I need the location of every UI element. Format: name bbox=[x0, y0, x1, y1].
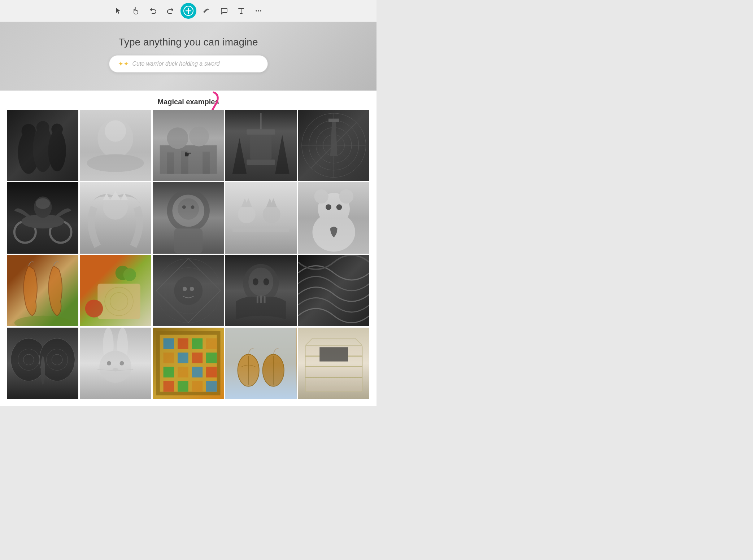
svg-rect-23 bbox=[247, 159, 275, 165]
svg-point-63 bbox=[14, 316, 71, 327]
svg-point-89 bbox=[103, 328, 114, 363]
svg-point-78 bbox=[264, 278, 269, 285]
search-bar[interactable]: ✦✦ Cute warrior duck holding a sword bbox=[109, 55, 268, 73]
gallery-image-11[interactable] bbox=[7, 255, 78, 326]
svg-rect-111 bbox=[163, 381, 174, 392]
svg-point-10 bbox=[36, 121, 49, 134]
svg-point-30 bbox=[323, 135, 344, 156]
svg-line-123 bbox=[305, 338, 312, 346]
gallery-image-3[interactable]: ☛ bbox=[153, 110, 224, 181]
svg-point-92 bbox=[113, 368, 118, 372]
gallery-image-13[interactable] bbox=[153, 255, 224, 326]
select-tool-button[interactable] bbox=[111, 4, 126, 18]
svg-point-48 bbox=[191, 206, 194, 209]
svg-point-71 bbox=[165, 267, 211, 314]
svg-point-62 bbox=[336, 205, 342, 210]
svg-point-38 bbox=[50, 222, 71, 243]
svg-point-51 bbox=[238, 206, 256, 223]
svg-point-39 bbox=[21, 214, 64, 228]
svg-point-59 bbox=[314, 189, 328, 204]
gallery-image-19[interactable] bbox=[225, 328, 296, 399]
svg-point-117 bbox=[263, 354, 284, 386]
svg-point-28 bbox=[309, 121, 358, 170]
svg-point-66 bbox=[110, 292, 128, 310]
svg-point-7 bbox=[33, 126, 53, 172]
svg-rect-103 bbox=[163, 353, 174, 363]
svg-point-93 bbox=[107, 361, 111, 366]
sparkle-icon: ✦✦ bbox=[118, 60, 129, 68]
toolbar bbox=[0, 0, 376, 22]
gallery-image-20[interactable] bbox=[298, 328, 369, 399]
gallery-image-1[interactable] bbox=[7, 110, 78, 181]
svg-point-76 bbox=[248, 267, 273, 296]
svg-point-8 bbox=[48, 130, 66, 171]
svg-line-95 bbox=[98, 370, 113, 371]
svg-marker-35 bbox=[330, 121, 337, 156]
gallery-image-12[interactable] bbox=[80, 255, 151, 326]
gallery-image-14[interactable] bbox=[225, 255, 296, 326]
gallery-image-16[interactable] bbox=[7, 328, 78, 399]
svg-point-37 bbox=[14, 222, 36, 243]
svg-rect-50 bbox=[232, 229, 290, 232]
svg-point-9 bbox=[21, 124, 35, 138]
gallery-image-17[interactable] bbox=[80, 328, 151, 399]
svg-rect-64 bbox=[98, 284, 140, 319]
gallery-image-15[interactable] bbox=[298, 255, 369, 326]
gallery-image-8[interactable] bbox=[153, 182, 224, 253]
svg-rect-122 bbox=[319, 347, 348, 362]
gallery-image-4[interactable] bbox=[225, 110, 296, 181]
svg-point-54 bbox=[263, 206, 280, 223]
gallery-image-6[interactable] bbox=[7, 182, 78, 253]
svg-rect-1 bbox=[203, 9, 207, 13]
svg-rect-115 bbox=[225, 328, 296, 399]
text-tool-button[interactable] bbox=[234, 4, 248, 18]
gallery-image-5[interactable] bbox=[298, 110, 369, 181]
svg-point-85 bbox=[47, 349, 68, 370]
svg-point-4 bbox=[260, 10, 261, 12]
svg-point-40 bbox=[34, 197, 52, 218]
gallery-image-10[interactable] bbox=[298, 182, 369, 253]
gallery-image-18[interactable] bbox=[153, 328, 224, 399]
svg-point-87 bbox=[52, 354, 62, 365]
gallery-image-7[interactable] bbox=[80, 182, 151, 253]
add-create-button[interactable] bbox=[180, 3, 196, 19]
cursor-hand-icon: ☛ bbox=[184, 149, 192, 159]
svg-point-69 bbox=[123, 268, 136, 281]
magic-tool-button[interactable] bbox=[199, 4, 214, 18]
hero-title: Type anything you can imagine bbox=[7, 36, 369, 48]
hero-section: Type anything you can imagine ✦✦ Cute wa… bbox=[0, 22, 376, 91]
svg-marker-52 bbox=[241, 198, 249, 207]
svg-marker-43 bbox=[103, 191, 128, 200]
svg-point-13 bbox=[105, 121, 126, 142]
svg-rect-20 bbox=[203, 152, 210, 174]
more-options-button[interactable] bbox=[251, 4, 266, 18]
svg-rect-109 bbox=[192, 367, 203, 378]
svg-point-94 bbox=[120, 361, 124, 366]
undo-button[interactable] bbox=[146, 4, 160, 18]
svg-rect-104 bbox=[178, 353, 188, 363]
svg-point-116 bbox=[238, 354, 259, 386]
svg-point-90 bbox=[117, 328, 128, 363]
gallery-image-9[interactable] bbox=[225, 182, 296, 253]
gallery-image-2[interactable] bbox=[80, 110, 151, 181]
svg-line-96 bbox=[118, 370, 133, 371]
svg-point-11 bbox=[51, 123, 63, 135]
svg-rect-79 bbox=[257, 296, 258, 303]
svg-rect-113 bbox=[192, 381, 203, 392]
svg-rect-99 bbox=[163, 338, 174, 349]
svg-point-77 bbox=[253, 278, 258, 285]
svg-point-72 bbox=[174, 276, 203, 305]
svg-rect-18 bbox=[167, 152, 174, 174]
svg-marker-56 bbox=[270, 198, 277, 207]
svg-rect-105 bbox=[192, 353, 203, 363]
svg-rect-114 bbox=[206, 381, 217, 392]
svg-point-27 bbox=[301, 113, 366, 178]
svg-point-91 bbox=[100, 351, 132, 383]
redo-button[interactable] bbox=[163, 4, 178, 18]
svg-line-124 bbox=[355, 338, 362, 346]
comment-button[interactable] bbox=[217, 4, 231, 18]
svg-point-44 bbox=[167, 189, 209, 232]
hand-tool-button[interactable] bbox=[129, 4, 143, 18]
svg-point-47 bbox=[182, 206, 186, 209]
svg-point-61 bbox=[326, 205, 331, 210]
